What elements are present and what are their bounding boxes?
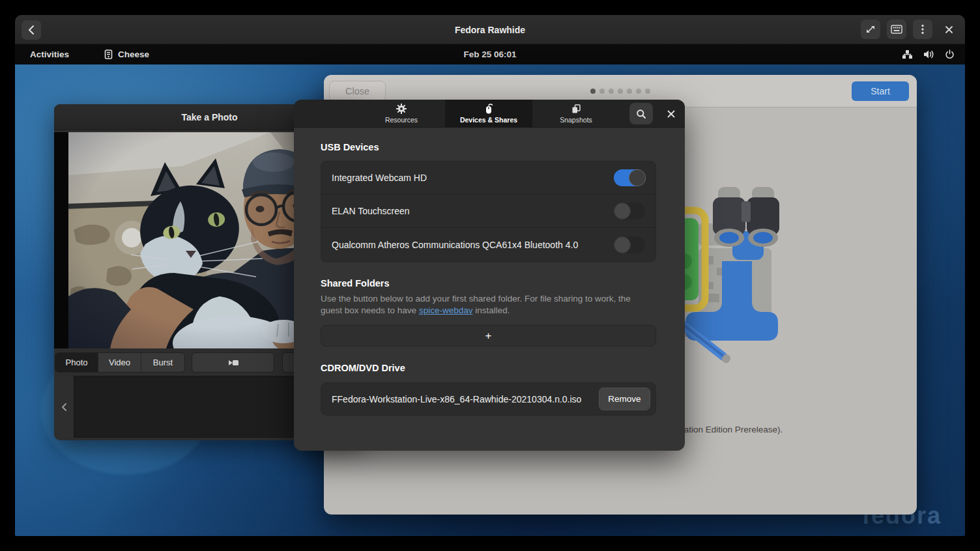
mode-switcher: Photo Video Burst	[55, 352, 185, 373]
cdrom-row: FFedora-Workstation-Live-x86_64-Rawhide-…	[321, 382, 656, 416]
fullscreen-icon	[865, 24, 876, 35]
snapshots-icon	[571, 104, 581, 114]
window-title: Fedora Rawhide	[15, 15, 965, 44]
boxes-artwork	[679, 184, 816, 367]
keyboard-icon	[891, 25, 902, 34]
volume-icon	[923, 49, 934, 59]
usb-device-row: ELAN Touchscreen	[321, 195, 656, 228]
carousel-dot	[609, 89, 614, 94]
device-toggle[interactable]	[614, 203, 645, 219]
tab-label: Snapshots	[560, 116, 592, 124]
network-wired-icon	[902, 49, 913, 59]
device-name: Integrated Webcam HD	[332, 173, 614, 183]
mode-video-button[interactable]: Video	[98, 353, 141, 372]
system-tray[interactable]	[902, 44, 955, 64]
scroll-left-button[interactable]	[54, 376, 74, 438]
search-button[interactable]	[629, 103, 653, 124]
wizard-page-dots	[324, 89, 917, 94]
carousel-dot	[599, 89, 605, 94]
device-toggle[interactable]	[614, 236, 645, 253]
add-shared-folder-button[interactable]: +	[321, 325, 656, 346]
carousel-dot	[627, 89, 632, 94]
toggle-knob	[614, 203, 631, 219]
spice-webdav-link[interactable]: spice-webdav	[419, 305, 473, 315]
power-icon	[945, 49, 955, 59]
shared-folders-heading: Shared Folders	[321, 278, 390, 289]
tab-snapshots[interactable]: Snapshots	[532, 100, 620, 128]
carousel-dot	[636, 89, 641, 94]
gnome-top-bar: Activities Cheese Feb 25 06:01	[15, 44, 965, 64]
mode-photo-button[interactable]: Photo	[55, 353, 98, 372]
toggle-knob	[614, 236, 631, 253]
device-toggle[interactable]	[614, 169, 645, 186]
iso-filename: FFedora-Workstation-Live-x86_64-Rawhide-…	[332, 394, 599, 404]
carousel-dot	[618, 89, 623, 94]
close-icon	[945, 25, 953, 34]
menu-button[interactable]	[913, 20, 932, 39]
carousel-dot	[645, 89, 650, 94]
photo-letterbox	[54, 132, 68, 348]
gear-icon	[396, 104, 407, 114]
close-icon	[667, 110, 675, 118]
virtual-machine-window: Fedora Rawhide	[15, 15, 965, 536]
box-description-partial: tation Edition Prerelease).	[682, 425, 783, 434]
shared-folders-description: Use the button below to add your first s…	[321, 293, 641, 317]
take-photo-button[interactable]	[192, 352, 274, 373]
cheese-title: Take a Photo	[181, 112, 237, 122]
chevron-left-icon	[61, 403, 67, 412]
camera-icon	[227, 358, 240, 367]
device-name: ELAN Touchscreen	[332, 206, 614, 216]
window-close-button[interactable]	[939, 20, 958, 39]
mode-burst-button[interactable]: Burst	[141, 353, 184, 372]
tab-label: Resources	[385, 116, 418, 124]
mouse-icon	[483, 104, 494, 114]
tab-resources[interactable]: Resources	[358, 100, 445, 128]
device-name: Qualcomm Atheros Communications QCA61x4 …	[332, 240, 614, 250]
clock[interactable]: Feb 25 06:01	[15, 44, 965, 64]
properties-dialog: Resources Devices & Shares	[294, 100, 685, 451]
tab-label: Devices & Shares	[460, 116, 517, 124]
usb-devices-list: Integrated Webcam HD ELAN Touchscreen Qu…	[321, 161, 656, 262]
window-titlebar: Fedora Rawhide	[15, 15, 965, 44]
keyboard-shortcuts-button[interactable]	[887, 20, 906, 39]
cdrom-heading: CDROM/DVD Drive	[321, 363, 405, 373]
usb-devices-heading: USB Devices	[321, 142, 379, 152]
wizard-start-button[interactable]: Start	[852, 81, 909, 101]
properties-close-button[interactable]	[661, 103, 682, 124]
fullscreen-button[interactable]	[861, 20, 880, 39]
desktop-wallpaper: fedora Close Start	[15, 64, 965, 536]
remove-iso-button[interactable]: Remove	[599, 388, 650, 410]
desc-text: installed.	[472, 305, 510, 315]
usb-device-row: Integrated Webcam HD	[321, 162, 656, 195]
search-icon	[636, 109, 646, 119]
tab-devices-shares[interactable]: Devices & Shares	[445, 100, 532, 128]
carousel-dot	[590, 89, 596, 94]
menu-kebab-icon	[921, 24, 924, 35]
usb-device-row: Qualcomm Atheros Communications QCA61x4 …	[321, 228, 656, 261]
properties-tabbar: Resources Devices & Shares	[294, 100, 685, 128]
toggle-knob	[629, 169, 646, 186]
